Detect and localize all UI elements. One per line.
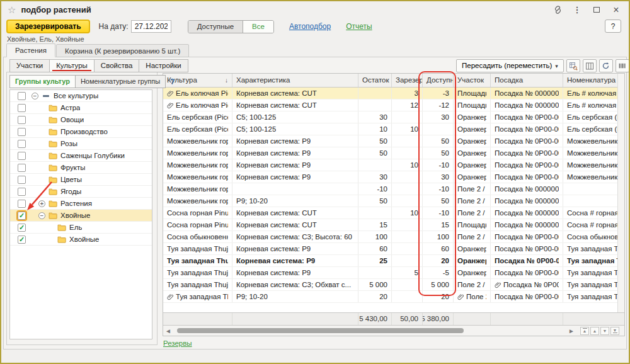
table-row[interactable]: Можжевельник горизонтальный Juni...Корне… (163, 147, 624, 159)
cell-site: Поле 2 / Кар... (454, 195, 491, 207)
collapse-icon[interactable]: − (38, 212, 45, 219)
vertical-scrollbar[interactable] (617, 74, 624, 312)
table-row[interactable]: Можжевельник горизонтальный Juni...-10-1… (163, 183, 624, 195)
table-row[interactable]: Можжевельник горизонтальный Juni...Корне… (163, 135, 624, 147)
culture-tree: −Все культурыАстраОвощиПроизводствоРозыС… (9, 89, 152, 339)
table-row[interactable]: Можжевельник горизонтальный Juni...P9; 1… (163, 195, 624, 207)
tree-checkbox[interactable] (18, 188, 26, 196)
toggle-culture-groups[interactable]: Группы культур (9, 75, 76, 88)
tree-checkbox[interactable] (18, 104, 26, 112)
maximize-icon[interactable] (592, 5, 602, 15)
table-row[interactable]: Можжевельник горизонтальный Juni...Корне… (163, 171, 624, 183)
tree-checkbox[interactable] (18, 152, 26, 160)
tab-settings[interactable]: Настройки (139, 59, 188, 72)
autopick-link[interactable]: Автоподбор (289, 22, 331, 31)
toggle-all[interactable]: Все (243, 21, 273, 33)
table-row[interactable]: Ель сербская (Picea omorika Karel)C5; 10… (163, 111, 624, 123)
column-header-nomenclature[interactable]: Номенклатура (563, 74, 624, 87)
tree-item[interactable]: −Все культуры (10, 90, 152, 102)
column-header-planting[interactable]: Посадка (491, 74, 563, 87)
tab-plants[interactable]: Растения (6, 43, 55, 57)
tab-properties[interactable]: Свойства (94, 59, 140, 72)
table-row[interactable]: Сосна горная Pinus mugo MughusКорневая с… (163, 207, 624, 219)
transplant-button[interactable]: Пересадить (переместить)▾ (456, 59, 564, 72)
expand-icon[interactable]: + (38, 200, 45, 207)
tree-checkbox[interactable]: ✓ (18, 224, 26, 232)
go-next-row-button[interactable]: ▼ (600, 327, 609, 335)
column-settings-icon[interactable] (583, 59, 597, 72)
tree-checkbox[interactable] (18, 92, 26, 100)
tree-checkbox[interactable] (18, 176, 26, 184)
table-row[interactable]: Ель сербская (Picea omorika Karel)C5; 10… (163, 123, 624, 135)
column-label: Остаток (362, 74, 389, 87)
select-period-icon[interactable] (566, 59, 580, 72)
barcode-icon[interactable] (616, 59, 629, 72)
total-reserved: 50,00 (392, 313, 423, 325)
date-input[interactable] (131, 20, 171, 33)
table-row[interactable]: Туя западная Thuja occidentalis Gold...К… (163, 243, 624, 255)
favorite-star-icon[interactable]: ☆ (8, 4, 16, 16)
reports-link[interactable]: Отчеты (346, 22, 372, 31)
tree-checkbox[interactable]: ✓ (18, 236, 26, 244)
menu-kebab-icon[interactable]: ⋮ (572, 5, 582, 15)
scroll-right-icon[interactable]: ► (568, 327, 575, 334)
tree-checkbox[interactable] (18, 128, 26, 136)
tree-item[interactable]: Производство (10, 126, 152, 138)
refresh-icon[interactable] (599, 59, 613, 72)
table-row[interactable]: Туя западная Thuja occidentalis ...P9; 1… (163, 291, 624, 303)
tree-item[interactable]: ✓Ель (10, 222, 152, 234)
table-row[interactable]: Сосна горная Pinus mugo MughusКорневая с… (163, 219, 624, 231)
tree-checkbox[interactable]: ✓ (18, 212, 26, 220)
go-prev-row-button[interactable]: ▲ (590, 327, 599, 335)
cell-site: Поле 2 / Кар... (454, 279, 491, 290)
close-icon[interactable]: × (611, 5, 621, 15)
tree-item[interactable]: Фрукты (10, 162, 152, 174)
toggle-nomenclature-groups[interactable]: Номенклатурные группы (76, 75, 166, 88)
table-row[interactable]: Сосна обыкновеннаяКорневая система: C3; … (163, 231, 624, 243)
tree-item[interactable]: Розы (10, 138, 152, 150)
column-header-reserved[interactable]: Зарезер... (392, 74, 423, 87)
scrollbar-thumb[interactable] (177, 328, 464, 333)
tree-item[interactable]: Саженцы Голубики (10, 150, 152, 162)
cell-site: Оранжерея ... (454, 147, 491, 159)
tab-sites[interactable]: Участки (9, 59, 50, 72)
breadcrumb: Хвойные, Ель, Хвойные (7, 35, 84, 43)
tree-checkbox[interactable] (18, 140, 26, 148)
column-header-site[interactable]: Участок (454, 74, 491, 87)
scrollbar-track[interactable] (172, 327, 568, 334)
scroll-left-icon[interactable]: ◄ (164, 327, 172, 334)
tree-item[interactable]: Астра (10, 102, 152, 114)
table-row[interactable]: Ель колючая Picea pungens Hoo...Корневая… (163, 100, 624, 111)
cell-characteristic: Корневая система: CUT (232, 219, 358, 230)
column-header-rest[interactable]: Остаток (358, 74, 392, 87)
table-row[interactable]: Ель колючая Picea pungens Hoo...Корневая… (163, 88, 624, 100)
reserves-link[interactable]: Резервы (163, 339, 192, 347)
table-row[interactable]: Туя западная Thuja occidentalis Gold...К… (163, 279, 624, 291)
tree-item[interactable]: ✓Хвойные (10, 234, 152, 246)
tree-checkbox[interactable] (18, 164, 26, 172)
tree-checkbox[interactable] (18, 116, 26, 124)
cell-reserved (392, 243, 423, 254)
table-row[interactable]: Можжевельник горизонтальный Juni...Корне… (163, 159, 624, 171)
tree-checkbox[interactable] (18, 200, 26, 208)
cell-rest: 50 (358, 195, 392, 207)
tab-cultures[interactable]: Культуры (49, 59, 94, 72)
tab-basket[interactable]: Корзина (К резервированию 5 шт.) (56, 44, 189, 57)
help-button[interactable]: ? (605, 20, 621, 33)
column-header-available[interactable]: Доступно (423, 74, 454, 87)
go-first-row-button[interactable]: ▲ (580, 327, 589, 335)
tree-item[interactable]: Овощи (10, 114, 152, 126)
go-last-row-button[interactable]: ▼ (610, 327, 619, 335)
collapse-icon[interactable]: − (32, 93, 38, 100)
table-row[interactable]: Туя западная Thuja occidentalis Gold...К… (163, 267, 624, 279)
tree-item[interactable]: +Растения (10, 198, 152, 210)
tree-item[interactable]: Ягоды (10, 186, 152, 198)
tree-item[interactable]: ✓−Хвойные (10, 210, 152, 222)
tree-help-link[interactable]: ? (170, 77, 175, 86)
column-header-characteristic[interactable]: Характеристика (232, 74, 358, 87)
reserve-button[interactable]: Зарезервировать (6, 20, 90, 33)
table-row[interactable]: Туя западная Thuja occidentalis Golde...… (163, 255, 624, 267)
tree-item[interactable]: Цветы (10, 174, 152, 186)
toggle-available[interactable]: Доступные (188, 21, 243, 33)
copy-link-icon[interactable] (553, 5, 563, 15)
